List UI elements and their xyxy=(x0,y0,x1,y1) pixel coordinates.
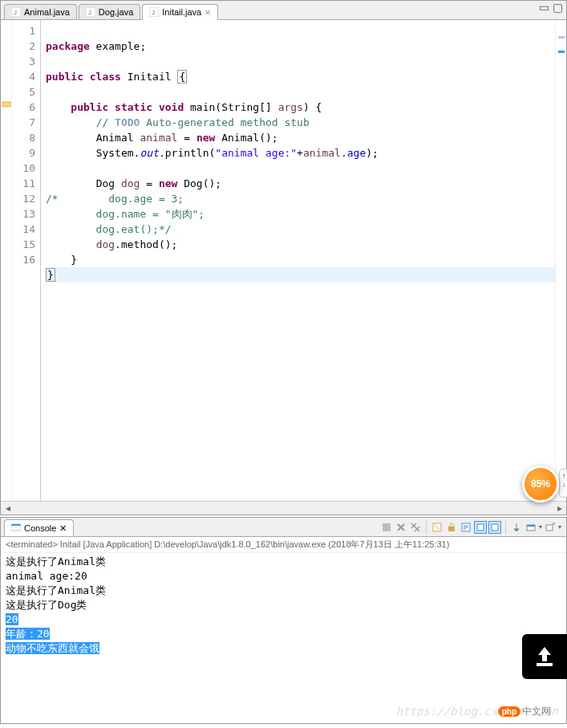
console-tab[interactable]: Console ✕ xyxy=(4,519,74,536)
overview-marker[interactable] xyxy=(558,36,565,39)
code-area: 1 2 3 4 5 6 7 8 9 10 11 12 13 14 15 16 p… xyxy=(1,20,566,501)
console-line: 年龄：20 xyxy=(6,627,561,641)
line-number: 15 xyxy=(12,237,35,252)
svg-rect-8 xyxy=(11,524,21,526)
svg-text:J: J xyxy=(88,9,91,16)
console-line: 这是执行了Animal类 xyxy=(6,584,561,598)
line-number: 14 xyxy=(12,222,35,237)
logo-text: 中文网 xyxy=(522,705,551,718)
editor-tab-bar: J Animal.java J Dog.java J Initail.java … xyxy=(1,1,566,20)
line-number: 11 xyxy=(12,176,35,191)
percentage-badge[interactable]: 85% xyxy=(522,466,559,502)
display-selected-console-icon[interactable] xyxy=(524,521,537,534)
line-number: 5 xyxy=(12,84,35,100)
remove-launch-icon[interactable] xyxy=(395,521,407,534)
line-number: 4 xyxy=(12,69,35,84)
remove-all-icon[interactable] xyxy=(409,521,422,534)
console-status: <terminated> Initail [Java Application] … xyxy=(1,537,566,553)
java-file-icon: J xyxy=(11,7,21,17)
badge-value: 85% xyxy=(531,478,550,490)
svg-rect-17 xyxy=(546,525,553,531)
console-output[interactable]: 这是执行了Animal类 animal age:20 这是执行了Animal类 … xyxy=(1,553,566,723)
maximize-icon[interactable]: ▢ xyxy=(553,1,563,14)
editor-panel: J Animal.java J Dog.java J Initail.java … xyxy=(0,0,567,515)
pin-console-icon[interactable] xyxy=(510,521,523,534)
line-number: 12 xyxy=(12,191,35,206)
console-line: 动物不吃东西就会饿 xyxy=(6,641,561,656)
overview-ruler[interactable] xyxy=(555,20,566,501)
line-number: 13 xyxy=(12,206,35,222)
marker-ruler xyxy=(1,20,12,501)
console-toolbar: ▾ ▾ xyxy=(380,521,566,534)
clear-console-icon[interactable] xyxy=(431,521,443,534)
tab-label: Animal.java xyxy=(24,7,70,17)
open-console-icon[interactable] xyxy=(544,521,557,534)
line-number: 3 xyxy=(12,54,35,69)
scroll-right-icon[interactable]: ▸ xyxy=(553,502,566,514)
scroll-lock-icon[interactable] xyxy=(445,521,458,534)
line-number: 6 xyxy=(12,100,35,115)
tab-label: Dog.java xyxy=(99,7,133,17)
svg-rect-14 xyxy=(492,524,498,531)
svg-rect-11 xyxy=(448,527,455,531)
badge-stats: ↑ 6.9 ↓ 0.02 xyxy=(559,469,567,498)
line-number: 9 xyxy=(12,145,35,161)
line-number: 2 xyxy=(12,39,35,54)
tab-label: Initail.java xyxy=(162,7,201,17)
minimize-icon[interactable]: ▭ xyxy=(539,1,549,14)
svg-text:J: J xyxy=(152,9,155,16)
svg-rect-16 xyxy=(527,525,535,527)
close-icon[interactable]: ✕ xyxy=(59,523,67,534)
show-console-on-stdout-icon[interactable] xyxy=(474,521,487,534)
line-number: 7 xyxy=(12,115,35,130)
svg-rect-6 xyxy=(2,102,10,107)
horizontal-scrollbar[interactable]: ◂ ▸ xyxy=(1,501,566,514)
line-number: 10 xyxy=(12,161,35,176)
terminate-icon[interactable] xyxy=(380,521,393,534)
console-tab-label: Console xyxy=(24,523,56,533)
upload-icon xyxy=(532,644,557,669)
show-console-on-stderr-icon[interactable] xyxy=(488,521,501,534)
overview-marker[interactable] xyxy=(558,51,565,53)
console-icon xyxy=(11,523,21,534)
upload-button[interactable] xyxy=(522,634,567,679)
svg-rect-9 xyxy=(383,523,391,531)
line-gutter[interactable]: 1 2 3 4 5 6 7 8 9 10 11 12 13 14 15 16 xyxy=(12,20,41,501)
tab-dog[interactable]: J Dog.java xyxy=(79,4,140,19)
console-line: 20 xyxy=(6,612,561,627)
java-file-icon: J xyxy=(86,7,95,17)
console-header: Console ✕ ▾ ▾ xyxy=(1,518,566,537)
php-badge: php xyxy=(498,706,520,717)
line-number: 16 xyxy=(12,252,35,267)
stat-up: ↑ 6.9 xyxy=(562,472,567,480)
line-number: 8 xyxy=(12,130,35,145)
svg-rect-13 xyxy=(477,524,484,531)
close-icon[interactable]: ✕ xyxy=(205,8,211,17)
console-panel: Console ✕ ▾ ▾ <terminated> Initail [Java… xyxy=(0,517,567,724)
dropdown-icon[interactable]: ▾ xyxy=(539,523,542,531)
line-number: 1 xyxy=(12,23,35,39)
svg-text:J: J xyxy=(14,9,17,16)
code-editor[interactable]: package example; public class Initail { … xyxy=(41,20,555,501)
dropdown-icon[interactable]: ▾ xyxy=(558,523,561,531)
console-line: 这是执行了Dog类 xyxy=(6,598,561,612)
site-logo: php 中文网 xyxy=(498,705,551,718)
java-file-icon: J xyxy=(149,7,159,17)
panel-controls: ▭ ▢ xyxy=(539,1,563,14)
warning-marker[interactable] xyxy=(2,100,11,109)
word-wrap-icon[interactable] xyxy=(460,521,472,534)
tab-initail[interactable]: J Initail.java ✕ xyxy=(142,4,218,20)
stat-down: ↓ 0.02 xyxy=(562,480,567,488)
console-line: 这是执行了Animal类 xyxy=(6,555,561,569)
console-line: animal age:20 xyxy=(6,569,561,584)
tab-animal[interactable]: J Animal.java xyxy=(4,4,77,19)
scroll-left-icon[interactable]: ◂ xyxy=(1,502,14,514)
